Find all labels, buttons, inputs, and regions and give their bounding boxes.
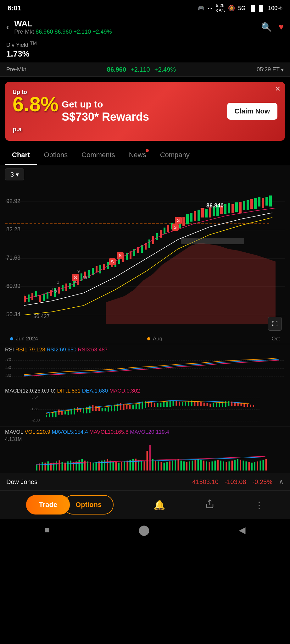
home-button[interactable]: ■	[44, 525, 50, 535]
options-button[interactable]: Options	[64, 495, 114, 515]
premkt-pct: +2.49%	[92, 29, 112, 35]
svg-rect-153	[179, 402, 180, 406]
svg-rect-70	[243, 201, 245, 210]
svg-rect-119	[74, 408, 75, 414]
svg-rect-117	[68, 410, 69, 415]
more-options-icon[interactable]: ⋮	[254, 499, 264, 510]
premkt-label: Pre-Mkt	[14, 29, 34, 35]
svg-rect-67	[231, 204, 234, 213]
svg-rect-236	[200, 460, 202, 471]
status-bar: 6:01 🎮 ··· 9.28KB/s 🔕 5G ▐▌▐▌ 100%	[0, 0, 290, 16]
mavol-y-label: 4.131M	[5, 437, 285, 442]
svg-rect-114	[58, 410, 59, 415]
svg-rect-210	[127, 461, 128, 471]
svg-rect-229	[181, 461, 182, 471]
svg-rect-97	[181, 238, 244, 244]
ad-close-button[interactable]: ✕	[275, 85, 281, 93]
ad-left: Up to 6.8% p.a Get up to S$730* Rewards	[13, 88, 149, 135]
svg-rect-249	[237, 459, 239, 471]
svg-rect-222	[161, 462, 162, 471]
svg-rect-203	[107, 459, 109, 471]
svg-rect-255	[254, 462, 256, 471]
svg-rect-154	[182, 402, 183, 405]
bell-icon[interactable]: 🔔	[153, 499, 165, 510]
svg-text:1: 1	[57, 280, 59, 284]
svg-rect-218	[147, 451, 148, 471]
premkt-bar-price: 86.960	[107, 66, 126, 73]
svg-text:S: S	[177, 218, 180, 223]
svg-rect-173	[241, 403, 242, 406]
svg-rect-206	[115, 462, 117, 471]
dow-jones-change: -103.08	[225, 478, 246, 486]
svg-text:71.63: 71.63	[6, 255, 20, 261]
tab-options[interactable]: Options	[37, 146, 75, 165]
svg-rect-254	[251, 463, 253, 471]
svg-rect-138	[132, 405, 134, 409]
back-nav-button[interactable]: ◀	[239, 525, 246, 535]
svg-rect-234	[195, 460, 196, 471]
premkt-bar-values: 86.960 +2.110 +2.49%	[107, 66, 176, 73]
status-time: 6:01	[8, 4, 21, 12]
signal-bars: ▐▌▐▌	[249, 5, 265, 12]
svg-rect-145	[154, 403, 155, 407]
recents-button[interactable]: ⬤	[138, 524, 150, 536]
svg-rect-209	[124, 461, 125, 471]
svg-rect-223	[164, 463, 165, 471]
svg-rect-165	[216, 403, 217, 407]
time-oct: Oct	[272, 336, 280, 342]
svg-rect-147	[160, 403, 161, 407]
back-button[interactable]: ‹	[6, 22, 9, 32]
svg-rect-14	[31, 293, 33, 300]
svg-rect-198	[93, 463, 94, 471]
svg-rect-215	[141, 461, 142, 471]
svg-text:S: S	[111, 259, 114, 264]
svg-rect-213	[135, 459, 137, 471]
dow-chevron-icon[interactable]: ∧	[279, 478, 284, 486]
claim-now-button[interactable]: Claim Now	[227, 103, 277, 120]
period-selector[interactable]: 3 ▾	[5, 168, 24, 180]
svg-rect-239	[209, 462, 210, 471]
svg-rect-158	[194, 401, 195, 406]
svg-rect-21	[58, 287, 60, 294]
ad-title: Get up to	[62, 99, 149, 110]
share-icon[interactable]	[205, 499, 215, 511]
svg-rect-180	[42, 462, 43, 471]
svg-rect-207	[118, 463, 120, 471]
dow-jones-bar[interactable]: Dow Jones 41503.10 -103.08 -0.25% ∧	[0, 473, 290, 490]
tab-chart[interactable]: Chart	[5, 146, 37, 165]
fullscreen-icon: ⛶	[272, 321, 278, 327]
svg-text:86.840: 86.840	[206, 202, 224, 209]
rsi-chart: 70 50 30	[5, 354, 285, 383]
svg-rect-17	[43, 294, 45, 301]
svg-rect-184	[53, 463, 55, 471]
svg-rect-237	[203, 461, 205, 471]
svg-rect-33	[103, 264, 105, 270]
time-aug: Aug	[147, 336, 162, 342]
svg-text:5: 5	[74, 279, 76, 284]
svg-rect-243	[220, 461, 222, 471]
chart-svg: 92.92 82.28 71.63 60.99 50.34	[5, 183, 285, 334]
svg-text:56.427: 56.427	[33, 313, 50, 319]
svg-rect-163	[209, 404, 211, 407]
tab-comments[interactable]: Comments	[75, 146, 122, 165]
div-yield-label: Div Yield TM	[6, 40, 284, 48]
tab-news[interactable]: News	[122, 146, 153, 165]
svg-text:5.04: 5.04	[31, 395, 39, 399]
rsi-title: RSI RSI1:79.128 RSI2:69.650 RSI3:63.487	[5, 347, 285, 353]
favorite-icon[interactable]: ♥	[278, 22, 284, 32]
svg-text:12: 12	[52, 288, 56, 292]
svg-rect-238	[206, 461, 208, 471]
svg-rect-217	[149, 445, 151, 471]
svg-rect-110	[46, 415, 47, 417]
search-icon[interactable]: 🔍	[261, 22, 272, 32]
tab-company[interactable]: Company	[153, 146, 197, 165]
fullscreen-button[interactable]: ⛶	[268, 317, 282, 331]
svg-rect-256	[257, 461, 259, 471]
svg-rect-68	[235, 202, 238, 212]
dow-jones-pct: -0.25%	[253, 478, 272, 486]
svg-rect-230	[183, 461, 185, 471]
svg-rect-72	[250, 199, 253, 209]
svg-text:82.28: 82.28	[6, 226, 20, 233]
macd-title: MACD(12.0,26.0,9.0) DIF:1.831 DEA:1.680 …	[5, 388, 285, 394]
tabs: Chart Options Comments News Company	[0, 146, 290, 165]
